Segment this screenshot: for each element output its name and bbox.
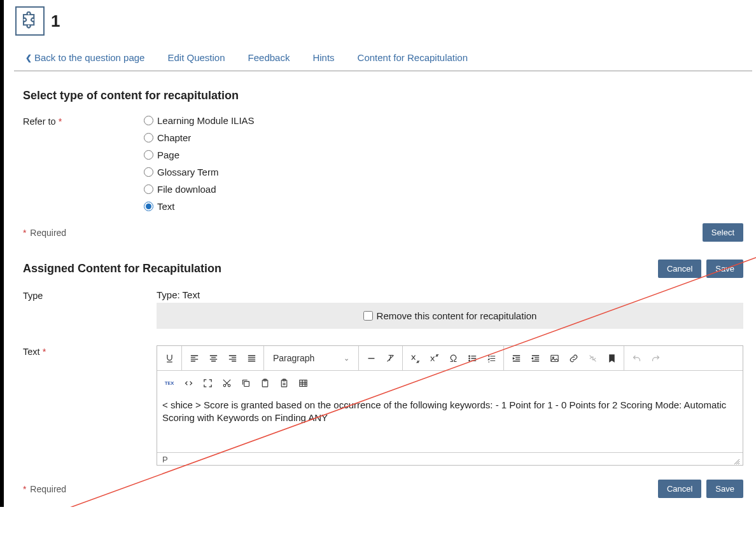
radio-text[interactable]: Text	[144, 201, 255, 212]
tab-back[interactable]: ❮ Back to the question page	[25, 52, 144, 63]
editor-path: P	[162, 455, 168, 464]
cancel-button-top[interactable]: Cancel	[658, 260, 701, 278]
radio-chapter-label: Chapter	[157, 132, 191, 143]
radio-lm-label: Learning Module ILIAS	[157, 115, 255, 126]
subscript-button[interactable]	[405, 349, 424, 368]
text-row: Text *	[23, 345, 743, 466]
page-container: 1 ❮ Back to the question page Edit Quest…	[14, 0, 752, 507]
radio-file[interactable]: File download	[144, 184, 255, 195]
cut-button[interactable]	[217, 373, 236, 392]
tab-content[interactable]: Content for Recapitulation	[358, 52, 468, 63]
align-left-button[interactable]	[185, 349, 204, 368]
radio-chapter[interactable]: Chapter	[144, 132, 255, 143]
radio-text-input[interactable]	[144, 202, 153, 211]
link-button[interactable]	[564, 349, 583, 368]
remove-bar: Remove this content for recapitulation	[157, 303, 743, 329]
select-button[interactable]: Select	[703, 223, 743, 242]
refer-to-label: Refer to *	[23, 115, 144, 127]
rich-text-editor: Paragraph ⌄	[157, 345, 743, 466]
fullscreen-button[interactable]	[198, 373, 217, 392]
number-list-button[interactable]	[482, 349, 501, 368]
type-label: Type	[23, 289, 157, 301]
radio-chapter-input[interactable]	[144, 133, 153, 142]
radio-page-label: Page	[157, 149, 179, 160]
save-button-top[interactable]: Save	[706, 260, 743, 278]
underline-button[interactable]	[160, 349, 179, 368]
section-assigned-content: Assigned Content for Recapitulation Canc…	[14, 242, 752, 507]
chevron-left-icon: ❮	[25, 53, 32, 62]
tex-button[interactable]: TEX	[160, 373, 179, 392]
text-label: Text *	[23, 345, 157, 466]
svg-point-6	[228, 384, 230, 387]
type-value: Type: Text	[157, 289, 743, 300]
svg-point-1	[469, 357, 470, 358]
paragraph-select[interactable]: Paragraph ⌄	[267, 349, 356, 368]
save-button-bottom[interactable]: Save	[706, 480, 743, 498]
clear-format-button[interactable]	[381, 349, 400, 368]
type-row: Type Type: Text Remove this content for …	[23, 289, 743, 329]
radio-file-input[interactable]	[144, 184, 153, 194]
puzzle-icon	[15, 6, 45, 36]
remove-label: Remove this content for recapitulation	[377, 310, 537, 321]
image-button[interactable]	[545, 349, 564, 368]
radio-file-label: File download	[157, 184, 216, 195]
section1-heading: Select type of content for recapitulatio…	[23, 89, 743, 102]
radio-learning-module[interactable]: Learning Module ILIAS	[144, 115, 255, 126]
source-button[interactable]	[179, 373, 198, 392]
anchor-button[interactable]	[602, 349, 621, 368]
left-rail	[0, 0, 4, 507]
editor-toolbar-row1: Paragraph ⌄	[157, 346, 743, 371]
cancel-button-bottom[interactable]: Cancel	[658, 480, 701, 498]
remove-checkbox[interactable]	[363, 311, 373, 321]
indent-button[interactable]	[507, 349, 526, 368]
radio-glossary[interactable]: Glossary Term	[144, 167, 255, 177]
unlink-button	[583, 349, 602, 368]
redo-button[interactable]	[646, 349, 665, 368]
page-title: 1	[51, 11, 60, 31]
tab-row: ❮ Back to the question page Edit Questio…	[14, 52, 752, 71]
tab-back-label: Back to the question page	[34, 52, 144, 63]
align-right-button[interactable]	[223, 349, 242, 368]
radio-text-label: Text	[157, 201, 175, 212]
svg-point-5	[223, 384, 226, 387]
section-select-type: Select type of content for recapitulatio…	[14, 71, 752, 242]
radio-page-input[interactable]	[144, 150, 153, 160]
resize-handle[interactable]	[734, 457, 740, 464]
paste-button[interactable]	[255, 373, 274, 392]
outdent-button[interactable]	[526, 349, 545, 368]
tab-hints[interactable]: Hints	[312, 52, 334, 63]
svg-point-0	[469, 356, 470, 356]
svg-rect-7	[244, 381, 249, 386]
superscript-button[interactable]	[424, 349, 444, 368]
svg-point-2	[469, 360, 470, 361]
tab-edit[interactable]: Edit Question	[167, 52, 225, 63]
radio-page[interactable]: Page	[144, 149, 255, 160]
paragraph-label: Paragraph	[273, 353, 314, 363]
undo-button[interactable]	[627, 349, 646, 368]
hr-button[interactable]	[361, 349, 381, 368]
refer-to-row: Refer to * Learning Module ILIAS Chapter…	[23, 115, 743, 212]
table-button[interactable]	[293, 373, 312, 392]
copy-button[interactable]	[236, 373, 255, 392]
align-justify-button[interactable]	[242, 349, 261, 368]
special-char-button[interactable]	[444, 349, 463, 368]
editor-toolbar-row2: TEX	[157, 371, 743, 395]
radio-glossary-input[interactable]	[144, 167, 153, 177]
radio-lm-input[interactable]	[144, 116, 153, 125]
editor-footer: P	[157, 452, 743, 465]
radio-glossary-label: Glossary Term	[157, 167, 218, 177]
tab-feedback[interactable]: Feedback	[248, 52, 290, 63]
required-note-2: * Required	[23, 484, 66, 494]
chevron-down-icon: ⌄	[344, 354, 349, 363]
paste-text-button[interactable]	[274, 373, 293, 392]
svg-rect-3	[551, 355, 558, 361]
section2-heading: Assigned Content for Recapitulation	[23, 262, 221, 275]
required-note-1: * Required	[23, 228, 66, 238]
svg-rect-12	[299, 380, 306, 386]
align-center-button[interactable]	[204, 349, 223, 368]
page-header: 1	[14, 6, 752, 36]
refer-to-options: Learning Module ILIAS Chapter Page Gloss…	[144, 115, 255, 212]
bullet-list-button[interactable]	[463, 349, 482, 368]
editor-body[interactable]: < shice > Score is granted based on the …	[157, 395, 743, 452]
